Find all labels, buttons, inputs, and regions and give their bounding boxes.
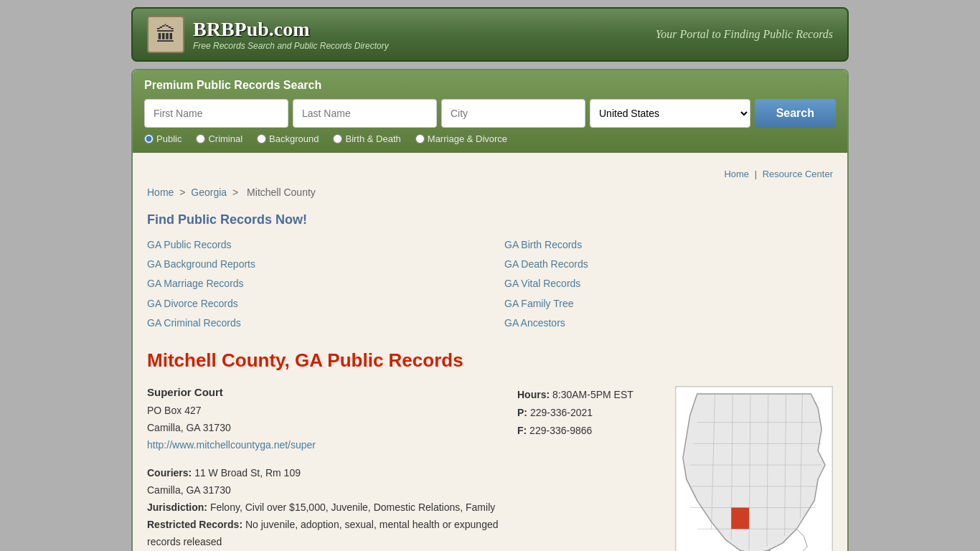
link-ga-vital-records[interactable]: GA Vital Records [504, 275, 833, 293]
site-name: BRBPub.com [193, 18, 389, 41]
filter-birth-death[interactable]: Birth & Death [333, 133, 400, 144]
map-container [675, 386, 833, 551]
breadcrumb-sep2: > [232, 187, 241, 198]
content-area: Home | Resource Center Home > Georgia > … [133, 153, 847, 551]
header-tagline: Your Portal to Finding Public Records [656, 28, 833, 41]
link-ga-divorce-records[interactable]: GA Divorce Records [147, 295, 476, 313]
filter-marriage-divorce[interactable]: Marriage & Divorce [415, 133, 507, 144]
breadcrumb-county: Mitchell County [247, 187, 316, 198]
find-records-title: Find Public Records Now! [147, 212, 833, 227]
link-ga-ancestors[interactable]: GA Ancestors [504, 314, 833, 332]
filter-background[interactable]: Background [257, 133, 319, 144]
country-select[interactable]: United States [590, 99, 750, 128]
breadcrumb: Home > Georgia > Mitchell County [147, 187, 833, 198]
breadcrumb-state[interactable]: Georgia [191, 187, 227, 198]
nav-resource-center-link[interactable]: Resource Center [763, 169, 833, 179]
georgia-map-svg [675, 386, 833, 551]
logo-text: BRBPub.com Free Records Search and Publi… [193, 18, 389, 51]
filter-criminal[interactable]: Criminal [196, 133, 242, 144]
couriers-city: Camilla, GA 31730 [147, 484, 231, 496]
top-nav: Home | Resource Center [147, 164, 833, 187]
city-input[interactable] [441, 99, 585, 128]
hours-value: 8:30AM-5PM EST [552, 389, 633, 400]
jurisdiction-label: Jurisdiction: [147, 501, 207, 513]
court-website[interactable]: http://www.mitchellcountyga.net/super [147, 439, 316, 451]
fax-value: 229-336-9866 [529, 425, 592, 436]
search-panel-title: Premium Public Records Search [144, 79, 836, 92]
link-ga-marriage-records[interactable]: GA Marriage Records [147, 275, 476, 293]
restricted-label: Restricted Records: [147, 519, 242, 530]
logo-area: 🏛 BRBPub.com Free Records Search and Pub… [147, 16, 389, 53]
link-ga-death-records[interactable]: GA Death Records [504, 255, 833, 273]
last-name-input[interactable] [293, 99, 437, 128]
address-line2: Camilla, GA 31730 [147, 422, 231, 433]
first-name-input[interactable] [144, 99, 288, 128]
jurisdiction-value: Felony, Civil over $15,000, Juvenile, Do… [210, 501, 495, 513]
link-ga-criminal-records[interactable]: GA Criminal Records [147, 314, 476, 332]
filter-public[interactable]: Public [144, 133, 182, 144]
search-filters: Public Criminal Background Birth & Death… [144, 133, 836, 144]
nav-home-link[interactable]: Home [724, 169, 749, 179]
link-ga-family-tree[interactable]: GA Family Tree [504, 295, 833, 313]
find-records-section: Find Public Records Now! GA Public Recor… [147, 212, 833, 332]
phone-value: 229-336-2021 [530, 407, 593, 418]
breadcrumb-sep1: > [179, 187, 188, 198]
nav-separator: | [755, 169, 757, 179]
link-ga-background-reports[interactable]: GA Background Reports [147, 255, 476, 273]
records-links-grid: GA Public Records GA Birth Records GA Ba… [147, 236, 833, 332]
couriers-label: Couriers: [147, 467, 192, 479]
search-inputs-row: United States Search [144, 99, 836, 128]
info-section: Superior Court PO Box 427 Camilla, GA 31… [147, 386, 503, 551]
superior-court-info: Superior Court PO Box 427 Camilla, GA 31… [147, 386, 503, 550]
search-panel: Premium Public Records Search United Sta… [133, 70, 847, 153]
svg-rect-13 [731, 507, 749, 529]
main-container: Premium Public Records Search United Sta… [131, 69, 849, 551]
logo-icon: 🏛 [147, 16, 184, 53]
couriers-value: 11 W Broad St, Rm 109 [194, 467, 301, 479]
address-line1: PO Box 427 [147, 405, 202, 416]
hours-phone-section: Hours: 8:30AM-5PM EST P: 229-336-2021 F:… [517, 386, 661, 551]
link-ga-birth-records[interactable]: GA Birth Records [504, 236, 833, 254]
link-ga-public-records[interactable]: GA Public Records [147, 236, 476, 254]
info-map-wrapper: Superior Court PO Box 427 Camilla, GA 31… [147, 386, 833, 551]
site-header: 🏛 BRBPub.com Free Records Search and Pub… [131, 7, 849, 62]
phone-label: P: [517, 407, 527, 418]
fax-label: F: [517, 425, 527, 436]
site-tagline-sub: Free Records Search and Public Records D… [193, 41, 389, 51]
search-button[interactable]: Search [755, 99, 836, 128]
county-title: Mitchell County, GA Public Records [147, 349, 833, 372]
court-name: Superior Court [147, 386, 503, 398]
breadcrumb-home[interactable]: Home [147, 187, 174, 198]
hours-label: Hours: [517, 389, 550, 400]
